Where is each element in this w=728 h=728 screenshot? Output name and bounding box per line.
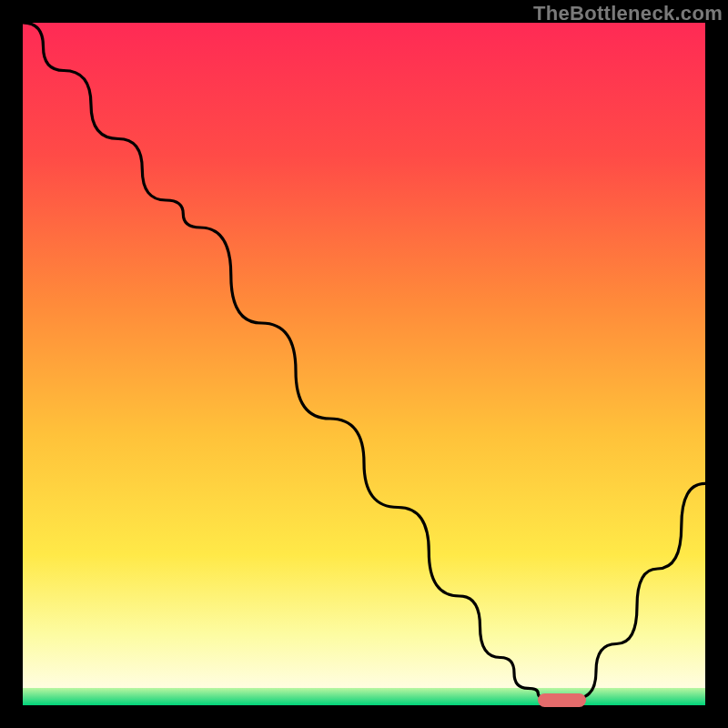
outer-frame: TheBottleneck.com bbox=[0, 0, 728, 728]
bottleneck-curve bbox=[23, 23, 705, 705]
watermark-text: TheBottleneck.com bbox=[533, 2, 723, 25]
highlight-marker bbox=[538, 693, 586, 707]
curve-path bbox=[23, 23, 705, 699]
plot-area bbox=[23, 23, 705, 705]
